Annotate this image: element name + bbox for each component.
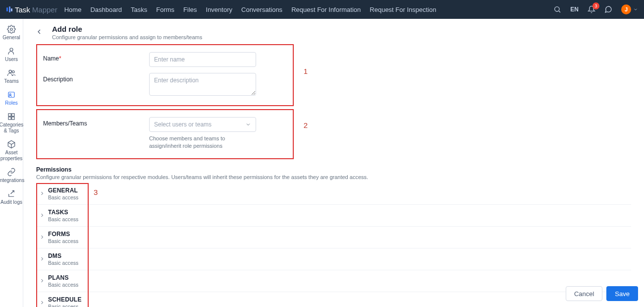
members-select-placeholder: Select users or teams (154, 121, 212, 128)
logo-text-2: Mapper (32, 5, 57, 14)
nav-conversations[interactable]: Conversations (241, 6, 282, 13)
chevron-right-icon (39, 300, 45, 306)
nav-files[interactable]: Files (183, 6, 197, 13)
permission-name: TASKS (48, 209, 78, 216)
nav-forms[interactable]: Forms (156, 6, 174, 13)
description-input[interactable] (149, 73, 256, 96)
svg-rect-0 (6, 7, 8, 11)
avatar: J (621, 4, 631, 14)
save-button[interactable]: Save (606, 286, 638, 301)
link-icon (7, 168, 16, 177)
permission-name: SCHEDULE (48, 296, 82, 303)
sidebar-item-categories-tags[interactable]: Categories & Tags (0, 109, 23, 137)
search-icon[interactable] (553, 5, 561, 13)
name-input[interactable] (149, 52, 256, 67)
permission-item-general[interactable]: GENERALBasic access (36, 183, 631, 205)
required-indicator: * (59, 55, 61, 62)
page-header: Add role Configure granular permissions … (23, 19, 644, 44)
back-button[interactable] (33, 26, 45, 38)
sidebar: General Users Teams Roles Categories & T… (0, 19, 23, 307)
annotation-1: 1 (304, 67, 308, 75)
sidebar-item-asset-properties[interactable]: Asset properties (0, 137, 23, 165)
chevron-right-icon (39, 278, 45, 284)
permission-item-tasks[interactable]: TASKSBasic access (36, 205, 631, 227)
log-icon (7, 189, 16, 198)
nav-inventory[interactable]: Inventory (206, 6, 232, 13)
svg-point-6 (10, 48, 13, 51)
box-icon (7, 140, 16, 149)
permission-access: Basic access (48, 238, 78, 244)
permission-access: Basic access (48, 194, 78, 200)
members-select[interactable]: Select users or teams (149, 117, 256, 132)
svg-rect-11 (8, 114, 11, 116)
svg-point-3 (555, 7, 559, 11)
sidebar-label-audit-logs: Audit logs (0, 199, 22, 205)
nav-rfi[interactable]: Request For Information (291, 6, 361, 13)
sidebar-item-users[interactable]: Users (0, 44, 23, 65)
svg-rect-12 (12, 114, 14, 116)
sidebar-item-audit-logs[interactable]: Audit logs (0, 186, 23, 208)
svg-rect-2 (11, 8, 12, 11)
members-label: Members/Teams (43, 117, 149, 127)
sidebar-label-categories-tags: Categories & Tags (0, 122, 23, 134)
permissions-subtitle: Configure granular permissions for respe… (36, 174, 631, 180)
svg-rect-1 (9, 6, 10, 12)
svg-point-7 (9, 70, 11, 72)
main-content: Add role Configure granular permissions … (23, 19, 644, 307)
nav-dashboard[interactable]: Dashboard (90, 6, 122, 13)
chevron-down-icon (245, 122, 251, 127)
chevron-down-icon (633, 7, 638, 12)
user-menu[interactable]: J (621, 4, 638, 14)
svg-rect-13 (8, 117, 11, 120)
sidebar-label-asset-properties: Asset properties (0, 150, 23, 162)
permission-name: PLANS (48, 274, 78, 281)
chevron-left-icon (35, 28, 43, 36)
permission-name: GENERAL (48, 187, 78, 194)
sidebar-item-general[interactable]: General (0, 22, 23, 44)
permission-access: Basic access (48, 282, 78, 288)
language-selector[interactable]: EN (570, 6, 579, 13)
permission-access: Basic access (48, 304, 82, 307)
sidebar-label-teams: Teams (4, 78, 18, 84)
bell-icon[interactable]: 3 (588, 5, 595, 13)
permission-item-schedule[interactable]: SCHEDULEBasic access (36, 292, 631, 307)
svg-point-5 (10, 28, 13, 31)
page-subtitle: Configure granular permissions and assig… (52, 34, 202, 40)
nav-rfinsp[interactable]: Request For Inspection (370, 6, 436, 13)
top-nav: Home Dashboard Tasks Forms Files Invento… (64, 6, 436, 13)
members-helper-text: Choose members and teams to assign/inher… (149, 135, 256, 150)
sidebar-item-integrations[interactable]: Integrations (0, 165, 23, 186)
annotation-2: 2 (304, 121, 308, 129)
svg-line-4 (559, 11, 560, 12)
permission-item-plans[interactable]: PLANSBasic access (36, 270, 631, 292)
annotation-box-1: Name* Description (36, 44, 294, 106)
chevron-right-icon (39, 190, 45, 196)
sidebar-item-roles[interactable]: Roles (0, 87, 23, 109)
topbar-right: EN 3 J (553, 4, 638, 14)
permission-name: FORMS (48, 231, 78, 238)
permissions-header: Permissions Configure granular permissio… (23, 162, 644, 183)
logo-text-1: Task (15, 5, 30, 14)
sidebar-label-general: General (2, 35, 20, 41)
svg-point-8 (12, 71, 15, 73)
chevron-right-icon (39, 256, 45, 262)
permission-access: Basic access (48, 216, 78, 222)
cancel-button[interactable]: Cancel (566, 286, 602, 301)
nav-home[interactable]: Home (64, 6, 82, 13)
id-icon (7, 90, 16, 99)
permission-item-forms[interactable]: FORMSBasic access (36, 227, 631, 248)
sidebar-label-integrations: Integrations (0, 178, 24, 184)
sidebar-item-teams[interactable]: Teams (0, 65, 23, 87)
chevron-right-icon (39, 234, 45, 240)
logo[interactable]: TaskMapper (6, 5, 57, 14)
users-icon (7, 68, 16, 77)
permission-access: Basic access (48, 260, 78, 266)
permissions-list: GENERALBasic access TASKSBasic access FO… (23, 183, 644, 307)
permissions-title: Permissions (36, 166, 631, 173)
sidebar-label-roles: Roles (5, 100, 18, 106)
footer-actions: Cancel Save (566, 286, 638, 301)
permission-item-dms[interactable]: DMSBasic access (36, 248, 631, 270)
svg-rect-14 (12, 117, 14, 120)
nav-tasks[interactable]: Tasks (131, 6, 147, 13)
chat-icon[interactable] (604, 5, 612, 13)
